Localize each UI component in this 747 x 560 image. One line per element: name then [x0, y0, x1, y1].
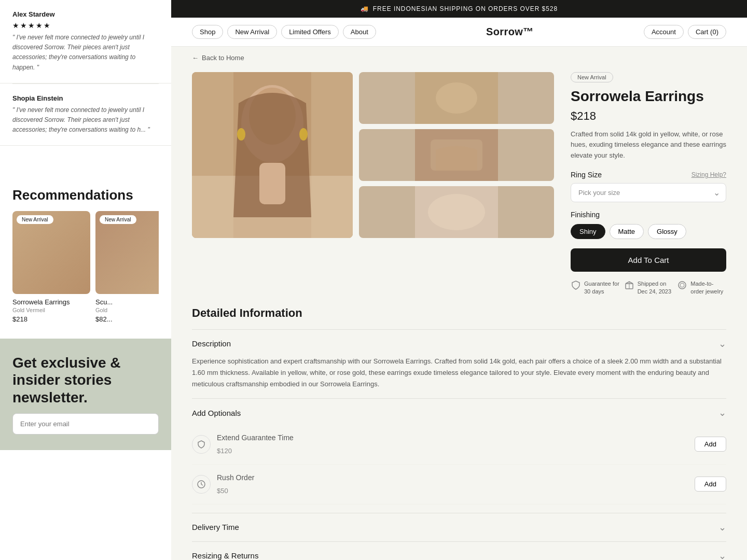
accordion-description-label: Description	[192, 339, 231, 348]
box-icon	[624, 280, 634, 290]
announcement-bar: 🚚 FREE INDONESIAN SHIPPING ON ORDERS OVE…	[171, 0, 747, 18]
accordion-resizing-label: Resizing & Returns	[192, 551, 258, 560]
accordion-optionals-label: Add Optionals	[192, 409, 241, 417]
extend-guarantee-price: $120	[217, 445, 688, 457]
add-to-cart-button[interactable]: Add To Cart	[571, 248, 726, 272]
finishing-glossy[interactable]: Glossy	[648, 224, 686, 239]
nav-limited-offers[interactable]: Limited Offers	[281, 25, 339, 39]
extend-guarantee-add-button[interactable]: Add	[695, 437, 726, 452]
newsletter-email-input[interactable]	[12, 413, 159, 435]
clock-icon	[197, 480, 206, 489]
accordion-delivery: Delivery Time ⌄	[192, 513, 726, 541]
rec-badge-2: New Arrival	[100, 215, 136, 224]
accordion-optionals-chevron: ⌄	[718, 407, 726, 418]
testimonial-1-stars: ★★★★★	[12, 21, 159, 30]
testimonial-1-text: " I've never felt more connected to jewe…	[12, 33, 159, 73]
optional-rush-order: Rush Order $50 Add	[192, 465, 726, 505]
finishing-label: Finishing	[571, 211, 726, 219]
accordion-resizing: Resizing & Returns ⌄	[192, 541, 726, 560]
rec-image-1: New Arrival	[12, 211, 90, 294]
svg-point-9	[436, 82, 477, 114]
accordion-optionals: Add Optionals ⌄ Extend Guarantee Time	[192, 398, 726, 513]
rec-sub-1: Gold Vermeil	[12, 307, 90, 313]
mto-line1: Made-to-	[690, 280, 723, 288]
newsletter-section: Get exclusive & insider stories newslett…	[0, 339, 171, 451]
trust-shipping: Shipped on Dec 24, 2023	[624, 280, 673, 296]
recommendations-title: Recommendations	[12, 187, 159, 203]
testimonial-2-text: " I've never felt more connected to jewe…	[12, 105, 159, 135]
shield-optional-icon	[197, 440, 206, 449]
extend-guarantee-details: Extend Guarantee Time $120	[217, 432, 688, 457]
nav-links: Shop New Arrival Limited Offers About	[192, 25, 376, 39]
shield-icon	[571, 280, 581, 290]
newsletter-title: Get exclusive & insider stories newslett…	[12, 354, 159, 407]
nav-cart[interactable]: Cart (0)	[688, 25, 726, 39]
sizing-help-link[interactable]: Sizing Help?	[691, 171, 726, 178]
navigation: Shop New Arrival Limited Offers About So…	[171, 18, 747, 47]
accordion-description-content: Experience sophistication and expert cra…	[192, 356, 726, 390]
accordion-resizing-header[interactable]: Resizing & Returns ⌄	[192, 550, 726, 560]
testimonial-1-name: Alex Stardew	[12, 10, 159, 18]
ring-size-wrapper: Pick your size 56789 ⌄	[571, 183, 726, 202]
detailed-info-title: Detailed Information	[192, 306, 726, 320]
ring-size-label: Ring Size	[571, 171, 602, 179]
ring-icon	[677, 280, 687, 290]
back-home-link[interactable]: ← Back to Home	[171, 47, 747, 62]
svg-point-7	[299, 128, 308, 141]
accordion-optionals-content: Extend Guarantee Time $120 Add	[192, 425, 726, 505]
nav-actions: Account Cart (0)	[644, 25, 726, 39]
svg-point-6	[237, 128, 245, 141]
finishing-matte[interactable]: Matte	[610, 224, 644, 239]
accordion-delivery-chevron: ⌄	[718, 522, 726, 533]
svg-point-15	[428, 194, 485, 230]
optional-extend-guarantee: Extend Guarantee Time $120 Add	[192, 425, 726, 465]
side-image-1	[359, 72, 554, 124]
accordion-description-header[interactable]: Description ⌄	[192, 338, 726, 349]
shipping-line1: Shipped on	[638, 280, 671, 288]
svg-point-20	[679, 282, 686, 289]
side-images	[359, 72, 554, 296]
shipping-icon: 🚚	[361, 5, 369, 12]
product-badge: New Arrival	[571, 72, 613, 82]
product-title: Sorrowela Earrings	[571, 88, 726, 105]
extend-guarantee-icon-wrap	[192, 435, 211, 454]
rush-order-icon-wrap	[192, 475, 211, 494]
accordion-delivery-label: Delivery Time	[192, 523, 239, 531]
product-price: $218	[571, 109, 726, 123]
nav-new-arrival[interactable]: New Arrival	[227, 25, 277, 39]
ring-size-select[interactable]: Pick your size 56789	[571, 183, 726, 202]
back-home-label: Back to Home	[202, 54, 244, 62]
main-product-image	[192, 72, 353, 238]
accordion-resizing-chevron: ⌄	[718, 550, 726, 560]
brand-logo[interactable]: Sorrow™	[486, 26, 534, 38]
rec-name-2: Scu...	[95, 298, 159, 306]
finishing-shiny[interactable]: Shiny	[571, 224, 605, 239]
trust-guarantee: Guarantee for 30 days	[571, 280, 620, 296]
main-content: New Arrival Sorrowela Earrings $218 Craf…	[171, 62, 747, 306]
below-product-section: Detailed Information Description ⌄ Exper…	[171, 306, 747, 560]
side-image-2	[359, 129, 554, 181]
testimonial-1: Alex Stardew ★★★★★ " I've never felt mor…	[0, 0, 171, 83]
nav-shop[interactable]: Shop	[192, 25, 223, 39]
rec-item-1[interactable]: New Arrival Sorrowela Earrings Gold Verm…	[12, 211, 90, 323]
guarantee-line1: Guarantee for	[584, 280, 619, 288]
rec-item-2[interactable]: New Arrival Scu... Gold $82...	[95, 211, 159, 323]
ring-size-header: Ring Size Sizing Help?	[571, 171, 726, 179]
accordion-description-chevron: ⌄	[718, 338, 726, 349]
rush-order-price: $50	[217, 485, 688, 497]
accordion-delivery-header[interactable]: Delivery Time ⌄	[192, 522, 726, 533]
accordion-description: Description ⌄ Experience sophistication …	[192, 329, 726, 398]
finishing-options: Shiny Matte Glossy	[571, 224, 726, 239]
back-arrow-icon: ←	[192, 54, 199, 62]
nav-account[interactable]: Account	[644, 25, 684, 39]
recommendations-list: New Arrival Sorrowela Earrings Gold Verm…	[12, 211, 159, 323]
accordion-optionals-header[interactable]: Add Optionals ⌄	[192, 407, 726, 418]
trust-mto: Made-to- order jewelry	[677, 280, 726, 296]
product-description: Crafted from solid 14k gold in yellow, w…	[571, 129, 726, 161]
rush-order-add-button[interactable]: Add	[695, 477, 726, 492]
svg-line-24	[201, 484, 203, 485]
rec-price-2: $82...	[95, 315, 159, 323]
nav-about[interactable]: About	[343, 25, 376, 39]
svg-rect-5	[259, 163, 285, 204]
product-images	[192, 72, 554, 296]
